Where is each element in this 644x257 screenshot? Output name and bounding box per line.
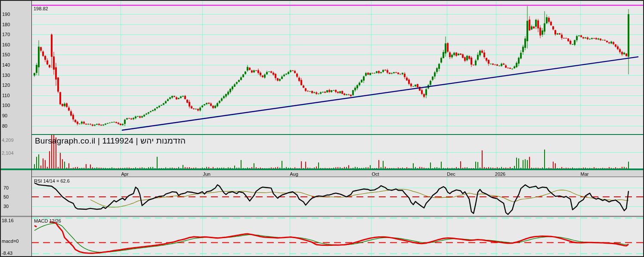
time-axis-label: 2026 [495, 172, 505, 177]
volume-tick-label: 4,209 [2, 138, 14, 143]
price-tick-label: 100 [2, 103, 10, 108]
rsi-tick-label: 70 [3, 186, 9, 190]
macd-top-label: 18.16 [2, 218, 14, 223]
rsi-tick-label: 50 [3, 195, 9, 199]
price-tick-label: 140 [2, 63, 10, 67]
price-tick-label: 160 [2, 43, 10, 47]
bursagraph-chart-app: Bursagraph.co.il | 1119924 | הזדמנות יהש… [0, 0, 644, 257]
time-axis-label: Mar [581, 172, 589, 177]
stock-chart-canvas [0, 0, 644, 257]
time-axis-label: Dec [447, 172, 455, 177]
time-axis-label: Aug [290, 172, 298, 177]
price-tick-label: 150 [2, 52, 10, 57]
price-tick-label: 90 [2, 113, 7, 118]
time-axis-label: Jun [203, 172, 211, 177]
price-tick-label: 130 [2, 73, 10, 78]
price-tick-label: 190 [2, 12, 10, 17]
price-tick-label: 170 [2, 32, 10, 37]
macd-zero-label: macd=0 [2, 239, 19, 244]
chart-title: Bursagraph.co.il | 1119924 | הזדמנות יהש [35, 136, 186, 146]
rsi-indicator-label: RSI 14/14 = 62.6 [34, 179, 70, 184]
price-tick-label: 80 [2, 124, 7, 128]
volume-tick-label: 2,104 [2, 151, 14, 156]
time-axis-label: Oct [372, 172, 379, 177]
rsi-tick-label: 30 [3, 204, 9, 209]
macd-indicator-label: MACD 12/26 [34, 219, 61, 223]
price-tick-label: 180 [2, 22, 10, 27]
alert-price-label: 198.82 [34, 6, 48, 11]
price-tick-label: 110 [2, 93, 10, 98]
time-axis-label: Apr [121, 172, 128, 177]
price-tick-label: 120 [2, 83, 10, 88]
macd-bottom-label: -8.43 [2, 251, 12, 256]
